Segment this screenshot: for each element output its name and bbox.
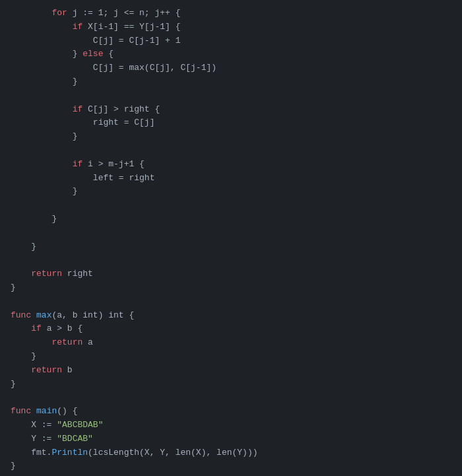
code-line: } bbox=[11, 130, 451, 144]
code-line: if a > b { bbox=[11, 322, 451, 336]
code-line: } bbox=[11, 281, 451, 295]
code-line: return a bbox=[11, 336, 451, 350]
code-line: } bbox=[11, 350, 451, 364]
code-line: } else { bbox=[11, 48, 451, 61]
code-line: C[j] = max(C[j], C[j-1]) bbox=[11, 61, 451, 75]
code-line: left = right bbox=[11, 172, 451, 186]
code-line: if i > m-j+1 { bbox=[11, 158, 451, 172]
code-line: return b bbox=[11, 364, 451, 378]
code-line: if C[j] > right { bbox=[11, 103, 451, 117]
code-line: } bbox=[11, 213, 451, 226]
code-line bbox=[11, 295, 451, 309]
code-line: fmt.Println(lcsLength(X, Y, len(X), len(… bbox=[11, 446, 451, 460]
code-line: for j := 1; j <= n; j++ { bbox=[11, 7, 451, 20]
code-line bbox=[11, 391, 451, 405]
code-line bbox=[11, 89, 451, 103]
code-line: } bbox=[11, 240, 451, 254]
code-line: return right bbox=[11, 267, 451, 281]
code-line: X := "ABCBDAB" bbox=[11, 419, 451, 432]
code-editor: for j := 1; j <= n; j++ { if X[i-1] == Y… bbox=[0, 0, 462, 476]
code-line bbox=[11, 226, 451, 240]
code-line: func max(a, b int) int { bbox=[11, 309, 451, 323]
code-line: } bbox=[11, 459, 451, 473]
code-line bbox=[11, 199, 451, 213]
code-line: } bbox=[11, 378, 451, 391]
code-line: } bbox=[11, 75, 451, 89]
code-line: right = C[j] bbox=[11, 116, 451, 130]
code-line: func main() { bbox=[11, 405, 451, 419]
code-line: Y := "BDCAB" bbox=[11, 432, 451, 446]
code-line: C[j] = C[j-1] + 1 bbox=[11, 34, 451, 48]
code-line: } bbox=[11, 185, 451, 199]
code-line bbox=[11, 144, 451, 158]
code-line: if X[i-1] == Y[j-1] { bbox=[11, 20, 451, 34]
code-line bbox=[11, 254, 451, 267]
